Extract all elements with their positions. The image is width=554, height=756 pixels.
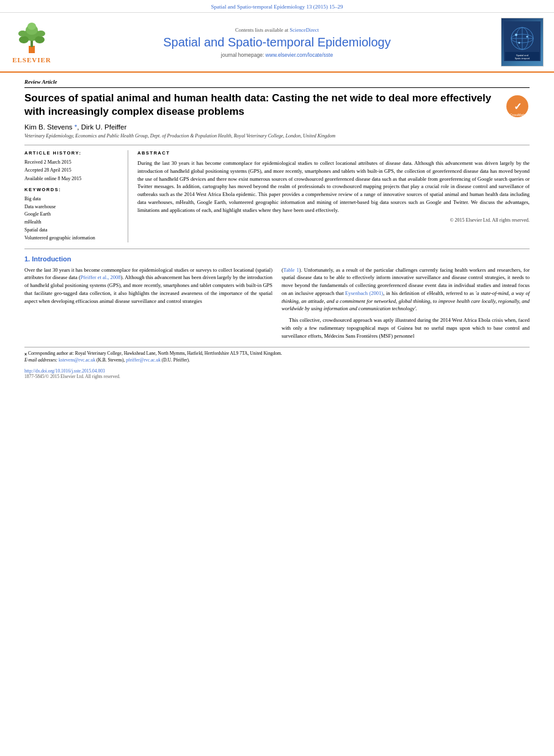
keyword-mhealth: mHealth (24, 219, 122, 227)
svg-point-6 (18, 31, 27, 37)
authors-line: Kim B. Stevens *, Dirk U. Pfeiffer (24, 123, 530, 131)
svg-point-15 (515, 34, 517, 36)
email1-link[interactable]: kstevens@rvc.ac.uk (59, 357, 95, 363)
ehealth-quote: 'a state-of-mind, a way of thinking, an … (282, 290, 530, 312)
introduction-body: Over the last 30 years it has become com… (24, 266, 530, 344)
intro-para1: Over the last 30 years it has become com… (24, 266, 272, 305)
pfeiffer-link[interactable]: Pfeiffer et al., 2008 (81, 274, 121, 280)
abstract-label: Abstract (137, 150, 530, 156)
keywords-label: Keywords: (24, 187, 122, 192)
svg-point-3 (19, 36, 29, 43)
keyword-datawarehouse: Data warehouse (24, 203, 122, 211)
journal-reference-text: Spatial and Spatio-temporal Epidemiology… (211, 4, 343, 10)
svg-point-17 (519, 42, 520, 44)
article-history-label: Article history: (24, 150, 122, 156)
introduction-right-col: (Table 1). Unfortunately, as a result of… (282, 266, 530, 344)
elsevier-logo: ELSEVIER (10, 21, 53, 64)
keyword-googleearth: Google Earth (24, 211, 122, 219)
svg-text:Spatial and: Spatial and (516, 54, 528, 57)
issn-copyright-line: 1877-5845/© 2015 Elsevier Ltd. All right… (24, 374, 530, 379)
article-info-abstract-area: Article history: Received 2 March 2015 A… (24, 145, 530, 242)
article-type-label: Review Article (24, 79, 530, 88)
contents-available-line: Contents lists available at ScienceDirec… (235, 27, 319, 33)
svg-point-8 (27, 23, 36, 30)
svg-text:✓: ✓ (514, 101, 522, 112)
eysenbach-link[interactable]: Eysenbach (2001) (345, 290, 383, 296)
svg-text:Spatio-temporal: Spatio-temporal (515, 57, 530, 60)
article-title: Sources of spatial animal and human heal… (24, 92, 505, 118)
received-date: Received 2 March 2015 (24, 159, 122, 165)
doi-link[interactable]: http://dx.doi.org/10.1016/j.sste.2015.04… (24, 368, 105, 374)
footnote-email-line: E-mail addresses: kstevens@rvc.ac.uk (K.… (24, 357, 530, 364)
available-date: Available online 8 May 2015 (24, 175, 122, 182)
footnote-star-note: ⁎ Corresponding author at: Royal Veterin… (24, 350, 530, 357)
abstract-text: During the last 30 years it has become c… (137, 159, 530, 214)
accepted-date: Accepted 28 April 2015 (24, 167, 122, 173)
email2-link[interactable]: pfeiffer@rvc.ac.uk (126, 357, 161, 363)
svg-text:CrossMark: CrossMark (510, 113, 525, 117)
journal-cover-text: Spatial and Spatio-temporal (504, 21, 541, 62)
article-title-area: Sources of spatial animal and human heal… (24, 92, 530, 118)
crossmark-icon[interactable]: ✓ CrossMark (505, 94, 530, 118)
email1-person: (K.B. Stevens), (95, 357, 126, 363)
svg-point-7 (37, 31, 45, 37)
journal-cover-container: Spatial and Spatio-temporal (498, 18, 547, 67)
elsevier-logo-container: ELSEVIER (7, 18, 56, 67)
cover-graphic: Spatial and Spatio-temporal (504, 21, 541, 61)
main-content: Review Article Sources of spatial animal… (0, 73, 554, 385)
abstract-column: Abstract During the last 30 years it has… (137, 150, 530, 242)
article-info-column: Article history: Received 2 March 2015 A… (24, 150, 128, 242)
keyword-spatialdata: Spatial data (24, 227, 122, 234)
footnote-area: ⁎ Corresponding author at: Royal Veterin… (24, 347, 530, 363)
contents-prefix-text: Contents lists available at (235, 27, 290, 33)
journal-title-area: Contents lists available at ScienceDirec… (62, 18, 492, 67)
author-kim: Kim B. Stevens (24, 123, 75, 131)
introduction-heading: 1. Introduction (24, 255, 530, 263)
homepage-label: journal homepage: (221, 52, 266, 58)
table1-link[interactable]: Table 1 (283, 267, 299, 273)
email-label: E-mail addresses: (24, 357, 59, 363)
author-dirk: Dirk U. Pfeiffer (81, 123, 127, 131)
email2-person: (D.U. Pfeiffer). (161, 357, 190, 363)
journal-reference-bar: Spatial and Spatio-temporal Epidemiology… (0, 0, 554, 13)
journal-cover-image: Spatial and Spatio-temporal (501, 18, 544, 67)
svg-point-4 (35, 36, 45, 43)
homepage-url[interactable]: www.elsevier.com/locate/sste (266, 52, 333, 58)
intro-right-para2: This collective, crowdsourced approach w… (282, 316, 530, 340)
journal-header: ELSEVIER Contents lists available at Sci… (0, 13, 554, 73)
introduction-left-col: Over the last 30 years it has become com… (24, 266, 272, 344)
intro-right-para1: (Table 1). Unfortunately, as a result of… (282, 266, 530, 313)
affiliation-text: Veterinary Epidemiology, Economics and P… (24, 133, 530, 139)
elsevier-brand-text: ELSEVIER (12, 56, 51, 64)
copyright-line: © 2015 Elsevier Ltd. All rights reserved… (137, 217, 530, 223)
sciencedirect-link[interactable]: ScienceDirect (290, 27, 319, 33)
journal-main-title: Spatial and Spatio-temporal Epidemiology (163, 35, 390, 49)
section-divider (24, 249, 530, 249)
svg-point-16 (527, 36, 528, 38)
doi-line: http://dx.doi.org/10.1016/j.sste.2015.04… (24, 368, 530, 374)
journal-homepage-line: journal homepage: www.elsevier.com/locat… (221, 52, 333, 58)
keywords-list: Big data Data warehouse Google Earth mHe… (24, 195, 122, 242)
keyword-vgi: Volunteered geographic information (24, 234, 122, 242)
footnote-address-text: Corresponding author at: Royal Veterinar… (28, 351, 282, 356)
footer-area: http://dx.doi.org/10.1016/j.sste.2015.04… (24, 368, 530, 379)
keyword-bigdata: Big data (24, 195, 122, 203)
elsevier-tree-icon (10, 21, 53, 55)
